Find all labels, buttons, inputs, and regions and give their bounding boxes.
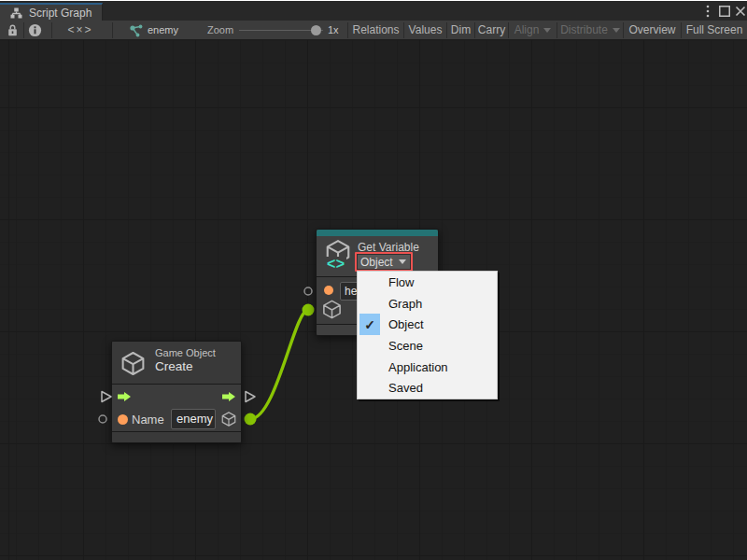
menu-item-flow[interactable]: Flow [358, 272, 497, 293]
maximize-icon[interactable] [717, 4, 732, 19]
flow-output-port[interactable] [244, 390, 257, 403]
check-slot [359, 293, 380, 315]
flow-out-arrow-icon [222, 392, 235, 401]
gv-name-input-port[interactable] [303, 286, 314, 297]
align-button[interactable]: Align [509, 23, 557, 37]
check-icon: ✓ [359, 314, 380, 335]
name-input[interactable]: enemy [171, 409, 216, 429]
menu-item-application[interactable]: Application [358, 357, 497, 378]
variable-kind-menu: Flow Graph ✓Object Scene Application Sav… [357, 271, 498, 399]
chevron-down-icon [399, 259, 406, 264]
info-icon[interactable] [28, 23, 42, 37]
menu-item-label: Application [388, 360, 448, 374]
name-param-label: Name [132, 413, 164, 427]
carry-button[interactable]: Carry [475, 23, 508, 37]
tab-script-graph[interactable]: Script Graph [0, 3, 103, 21]
cube-icon [120, 350, 147, 377]
values-button[interactable]: Values [404, 23, 446, 37]
kebab-menu-icon[interactable] [701, 4, 714, 19]
fullscreen-button[interactable]: Full Screen [682, 23, 747, 37]
node-create-gameobject[interactable]: Game Object Create Name enemy [111, 341, 242, 443]
menu-item-label: Saved [388, 381, 423, 395]
toolbar-separator [51, 22, 52, 38]
create-node-title: Create [155, 359, 193, 373]
toolbar-separator [112, 22, 113, 38]
create-node-header-separator [112, 384, 241, 385]
variable-kind-value: Object [360, 256, 393, 269]
code-brackets-icon: <> [326, 257, 346, 271]
menu-item-label: Scene [388, 339, 423, 353]
string-port-dot [118, 414, 128, 425]
zoom-label: Zoom [207, 23, 233, 37]
gameobject-port-cube-icon [321, 299, 343, 320]
check-slot [359, 377, 380, 399]
graph-name-label: enemy [148, 23, 178, 37]
script-graph-icon [10, 7, 22, 19]
variable-accent-bar [317, 230, 438, 236]
menu-item-scene[interactable]: Scene [358, 335, 497, 357]
menu-item-saved[interactable]: Saved [358, 377, 497, 399]
chevron-down-icon [543, 28, 551, 33]
gameobject-output-cube-icon [220, 411, 237, 427]
relations-button[interactable]: Relations [348, 23, 403, 37]
overview-button[interactable]: Overview [624, 23, 681, 37]
menu-item-label: Flow [388, 275, 414, 289]
check-slot [359, 357, 380, 378]
menu-item-object[interactable]: ✓Object [358, 314, 497, 335]
distribute-button-label: Distribute [560, 23, 608, 36]
create-node-category: Game Object [155, 347, 216, 358]
flow-in-arrow-icon [118, 392, 131, 401]
menu-item-graph[interactable]: Graph [358, 293, 497, 315]
menu-item-label: Graph [388, 297, 422, 311]
tab-title: Script Graph [29, 7, 92, 20]
edit-code-icon[interactable]: <×> [63, 23, 97, 37]
dim-button[interactable]: Dim [447, 23, 474, 37]
tab-bar: Script Graph [0, 1, 747, 21]
value-input-port[interactable] [97, 413, 108, 425]
string-port-dot [324, 286, 333, 295]
create-node-footer [112, 432, 241, 442]
distribute-button[interactable]: Distribute [557, 23, 623, 37]
check-slot [359, 335, 380, 357]
create-node-header: Game Object Create [112, 342, 241, 384]
zoom-slider-knob[interactable] [311, 25, 321, 35]
variable-kind-dropdown[interactable]: Object [355, 252, 413, 272]
script-graph-window: Script Graph <×> [0, 0, 747, 560]
zoom-value: 1x [328, 23, 339, 37]
toolbar-separator [23, 22, 24, 38]
graph-variable-icon [129, 24, 144, 37]
menu-item-label: Object [388, 317, 424, 331]
align-button-label: Align [514, 23, 540, 36]
flow-input-port[interactable] [100, 390, 113, 403]
check-slot [359, 272, 380, 293]
lock-icon[interactable] [7, 24, 18, 36]
graph-toolbar: <×> enemy Zoom 1x Relations Values Dim C… [0, 21, 747, 40]
chevron-down-icon [613, 28, 620, 33]
close-icon[interactable] [733, 4, 747, 19]
